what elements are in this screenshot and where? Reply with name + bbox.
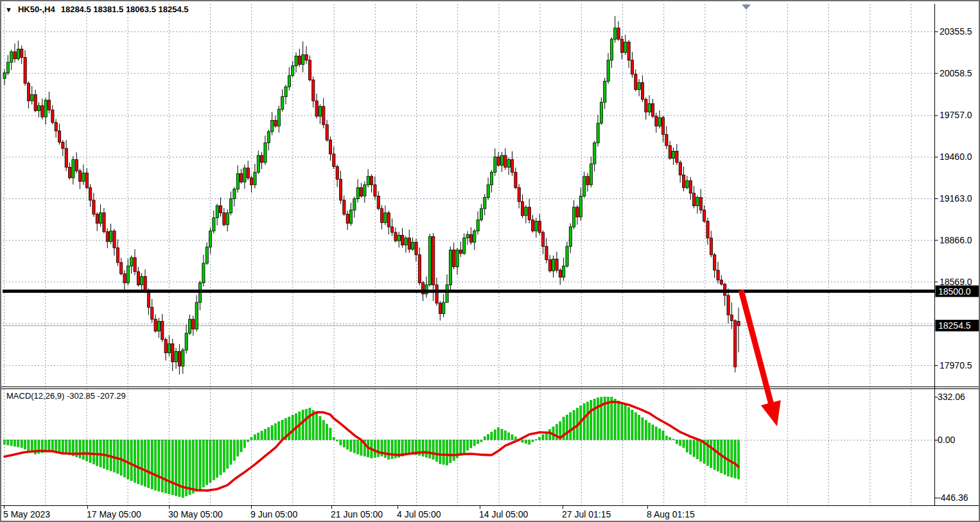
- candle-body: [683, 175, 685, 188]
- macd-histogram-bar: [511, 435, 513, 440]
- candle-body: [576, 207, 579, 217]
- candle-body: [336, 167, 338, 180]
- candle-body: [545, 247, 548, 260]
- candle-body: [27, 83, 30, 101]
- candle-body: [672, 152, 675, 159]
- macd-histogram-bar: [230, 440, 232, 464]
- macd-histogram-bar: [665, 436, 667, 440]
- macd-histogram-bar: [713, 440, 715, 469]
- macd-histogram-bar: [292, 415, 293, 440]
- candle-body: [713, 255, 716, 270]
- candle-body: [322, 107, 325, 125]
- macd-histogram-bar: [117, 440, 119, 473]
- candle-body: [607, 60, 609, 82]
- time-tick-label: 5 May 2023: [3, 509, 50, 519]
- candle-body: [292, 66, 294, 76]
- candle-body: [590, 164, 592, 185]
- indicator-label: MACD(12,26,9) -302.85 -207.29: [6, 391, 126, 401]
- macd-histogram-bar: [171, 440, 173, 495]
- macd-histogram-bar: [82, 440, 84, 460]
- macd-histogram-bar: [130, 440, 132, 481]
- macd-histogram-bar: [278, 422, 280, 440]
- candle-body: [703, 210, 706, 221]
- macd-histogram-bar: [542, 435, 544, 440]
- macd-histogram-bar: [662, 431, 664, 440]
- candle-body: [449, 250, 451, 285]
- candle-body: [106, 232, 109, 241]
- candle-body: [487, 185, 489, 198]
- candle-body: [679, 162, 681, 175]
- macd-histogram-bar: [141, 440, 143, 485]
- price-tick-label: 19757.0: [940, 110, 972, 120]
- macd-histogram-bar: [535, 439, 537, 440]
- macd-histogram-bar: [391, 440, 393, 458]
- macd-histogram-bar: [450, 440, 451, 463]
- candle-body: [466, 234, 469, 238]
- macd-histogram-bar: [89, 440, 91, 463]
- candle-body: [648, 103, 651, 112]
- macd-histogram-bar: [453, 440, 455, 460]
- candle-body: [72, 160, 74, 178]
- macd-histogram-bar: [731, 440, 733, 477]
- macd-histogram-bar: [264, 430, 266, 440]
- macd-histogram-bar: [319, 417, 321, 440]
- candle-body: [151, 308, 153, 320]
- candle-body: [312, 80, 315, 101]
- macd-histogram-bar: [717, 440, 719, 471]
- time-tick-label: 17 May 05:00: [87, 509, 141, 519]
- candle-body: [559, 270, 561, 277]
- candle-body: [226, 213, 229, 225]
- macd-histogram-bar: [439, 440, 441, 464]
- macd-histogram-bar: [123, 440, 125, 477]
- candle-body: [401, 235, 404, 245]
- candle-body: [185, 333, 188, 350]
- macd-histogram-bar: [693, 440, 695, 457]
- candle-body: [665, 134, 668, 145]
- candle-body: [171, 344, 174, 361]
- macd-histogram-bar: [573, 410, 575, 440]
- candle-body: [730, 315, 733, 321]
- chart-canvas[interactable]: 20355.520058.519757.019460.019163.018866…: [1, 1, 980, 522]
- macd-histogram-bar: [388, 440, 390, 459]
- price-badge-label: 18500.0: [938, 286, 971, 297]
- price-tick-label: 17970.5: [940, 360, 972, 370]
- candle-body: [641, 83, 643, 100]
- candle-body: [10, 52, 13, 62]
- candle-body: [147, 290, 150, 307]
- candle-body: [346, 214, 349, 223]
- candle-body: [511, 160, 513, 173]
- candle-body: [3, 73, 6, 78]
- macd-histogram-bar: [127, 440, 129, 479]
- price-tick-label: 20058.5: [940, 68, 972, 78]
- candle-body: [371, 177, 373, 185]
- candle-body: [563, 266, 565, 277]
- macd-histogram-bar: [525, 440, 527, 444]
- macd-histogram-bar: [649, 423, 651, 440]
- macd-histogram-bar: [491, 432, 493, 440]
- price-tick-label: 18866.0: [940, 235, 972, 245]
- macd-histogram-bar: [408, 440, 410, 454]
- macd-histogram-bar: [288, 417, 290, 440]
- candle-body: [394, 232, 397, 241]
- time-tick-label: 4 Jul 05:00: [397, 509, 441, 519]
- candle-body: [453, 250, 455, 266]
- macd-histogram-bar: [305, 409, 307, 440]
- macd-histogram-bar: [504, 431, 506, 440]
- macd-histogram-bar: [223, 440, 225, 472]
- macd-histogram-bar: [168, 440, 170, 494]
- macd-histogram-bar: [268, 428, 270, 440]
- candle-body: [408, 238, 410, 249]
- macd-histogram-bar: [655, 427, 657, 440]
- candle-body: [583, 177, 586, 196]
- candle-body: [75, 160, 78, 171]
- macd-histogram-bar: [120, 440, 122, 475]
- candle-body: [305, 55, 308, 60]
- candle-body: [548, 259, 551, 270]
- candle-body: [21, 49, 23, 57]
- candle-body: [41, 106, 44, 117]
- candle-body: [103, 213, 105, 231]
- macd-histogram-bar: [470, 440, 472, 448]
- macd-histogram-bar: [137, 440, 139, 484]
- candle-body: [233, 189, 236, 198]
- candle-body: [110, 231, 112, 241]
